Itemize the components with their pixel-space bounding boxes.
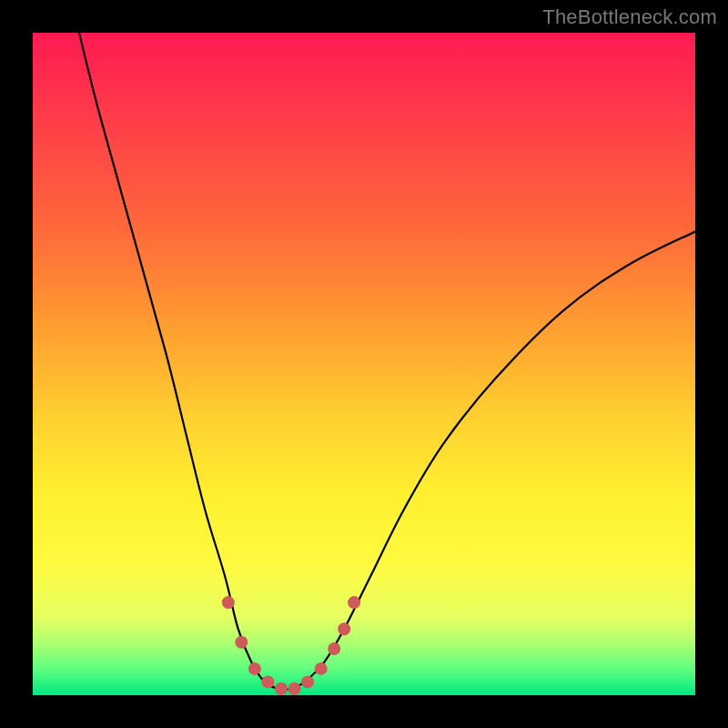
highlight-dots xyxy=(222,596,360,695)
highlight-dot xyxy=(301,675,314,688)
chart-frame: TheBottleneck.com xyxy=(0,0,728,728)
watermark-text: TheBottleneck.com xyxy=(542,5,717,29)
highlight-dot xyxy=(248,662,261,675)
highlight-dot xyxy=(288,682,301,695)
highlight-dot xyxy=(222,596,235,609)
highlight-dot xyxy=(235,636,248,649)
curve-svg xyxy=(33,33,695,695)
highlight-dot xyxy=(261,675,274,688)
plot-area xyxy=(33,33,695,695)
highlight-dot xyxy=(315,662,328,675)
bottleneck-curve xyxy=(79,33,695,690)
highlight-dot xyxy=(348,596,360,609)
highlight-dot xyxy=(275,682,288,695)
highlight-dot xyxy=(338,622,350,635)
highlight-dot xyxy=(328,642,340,655)
